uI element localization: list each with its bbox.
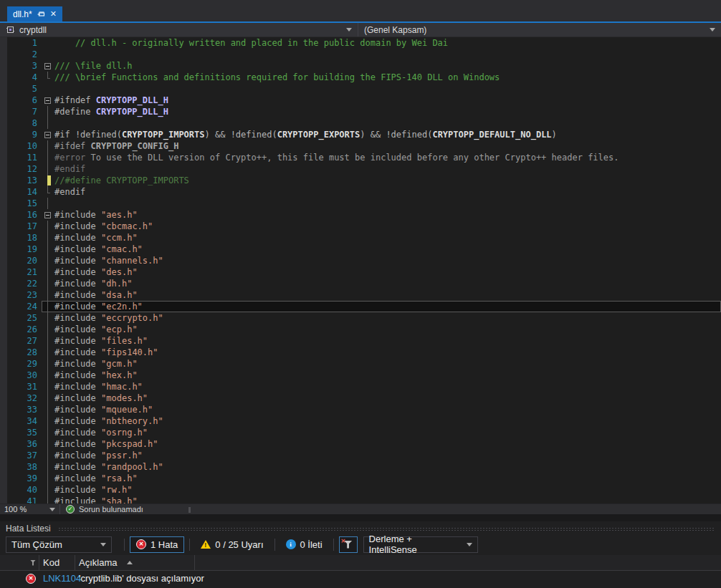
code-line[interactable]: 34#include "nbtheory.h" [7,415,721,427]
errors-toggle-button[interactable]: 1 Hata [130,536,184,553]
code-line[interactable]: 12#endif [7,163,721,175]
error-rows: LNK1104'cryptlib.lib' dosyası açılamıyor [0,571,721,586]
fold-margin [42,198,53,209]
column-header-severity[interactable] [0,555,39,570]
chevron-down-icon [100,543,106,546]
project-dropdown[interactable]: cryptdll [0,23,358,37]
code-line[interactable]: 29#include "gcm.h" [7,358,721,370]
fold-margin [42,358,53,370]
code-line[interactable]: 9#if !defined(CRYPTOPP_IMPORTS) && !defi… [7,129,721,140]
line-number: 20 [7,255,42,266]
code-line[interactable]: 1 // dll.h - originally written and plac… [7,37,721,49]
line-number: 32 [7,392,42,404]
source-dropdown-value: Derleme + IntelliSense [369,534,462,555]
source-dropdown[interactable]: Derleme + IntelliSense [363,536,478,553]
code-line[interactable]: 8 [7,117,721,129]
code-line[interactable]: 35#include "osrng.h" [7,427,721,438]
messages-count-label: 0 İleti [300,539,323,550]
code-line[interactable]: 22#include "dh.h" [7,278,721,289]
code-line[interactable]: 40#include "rw.h" [7,484,721,496]
pin-icon[interactable] [37,10,45,18]
chevron-down-icon [346,28,352,32]
line-number: 15 [7,198,42,209]
column-header-description[interactable]: Açıklama [75,555,195,570]
line-number: 35 [7,427,42,438]
code-line[interactable]: 19#include "cmac.h" [7,244,721,255]
panel-separator [0,514,721,521]
code-line[interactable]: 17#include "cbcmac.h" [7,221,721,232]
code-line[interactable]: 30#include "hex.h" [7,370,721,381]
code-line[interactable]: 26#include "ecp.h" [7,324,721,335]
code-line[interactable]: 32#include "modes.h" [7,392,721,404]
toolbar-separator [333,539,334,551]
fold-collapse-icon[interactable] [42,209,53,221]
code-line[interactable]: 13//#define CRYPTOPP_IMPORTS [7,175,721,186]
line-number: 38 [7,461,42,473]
code-line[interactable]: 2 [7,49,721,60]
code-line[interactable]: 11#error To use the DLL version of Crypt… [7,152,721,163]
panel-grip-texture [58,527,715,532]
line-number: 23 [7,289,42,301]
zoom-dropdown[interactable]: 100 % [0,504,60,514]
fold-margin [42,312,53,324]
code-line[interactable]: 33#include "mqueue.h" [7,404,721,415]
scope-filter-dropdown[interactable]: Tüm Çözüm [6,536,112,553]
line-number: 34 [7,415,42,427]
line-number: 33 [7,404,42,415]
code-line[interactable]: 5 [7,83,721,95]
code-line[interactable]: 15 [7,198,721,209]
code-line[interactable]: 36#include "pkcspad.h" [7,438,721,450]
error-code-link[interactable]: LNK1104 [39,573,75,584]
code-text: #define CRYPTOPP_DLL_H [54,106,168,117]
project-icon [6,25,15,34]
tab-dll-h[interactable]: dll.h* [7,6,62,21]
close-icon[interactable] [50,10,57,18]
code-text: #include "mqueue.h" [54,404,153,415]
code-line[interactable]: 25#include "eccrypto.h" [7,312,721,324]
line-number: 29 [7,358,42,370]
code-line[interactable]: 23#include "dsa.h" [7,289,721,301]
code-line[interactable]: 7#define CRYPTOPP_DLL_H [7,106,721,117]
code-line[interactable]: 6#ifndef CRYPTOPP_DLL_H [7,95,721,106]
error-row[interactable]: LNK1104'cryptlib.lib' dosyası açılamıyor [0,571,721,586]
code-text: //#define CRYPTOPP_IMPORTS [54,175,189,186]
line-number: 14 [7,186,42,198]
code-line[interactable]: 41#include "sha.h" [7,496,721,503]
fold-margin [42,289,53,301]
code-line[interactable]: 37#include "pssr.h" [7,450,721,461]
code-line[interactable]: 31#include "hmac.h" [7,381,721,392]
code-line[interactable]: 16#include "aes.h" [7,209,721,221]
health-indicator[interactable]: Sorun bulunamadı [60,505,149,514]
code-line[interactable]: 21#include "des.h" [7,266,721,278]
code-line[interactable]: 18#include "ccm.h" [7,232,721,244]
fold-collapse-icon[interactable] [42,95,53,106]
code-text: #include "cmac.h" [54,244,143,255]
code-line[interactable]: 3/// \file dll.h [7,60,721,72]
code-line[interactable]: 27#include "files.h" [7,335,721,347]
line-number: 25 [7,312,42,324]
scope-dropdown[interactable]: (Genel Kapsam) [358,23,721,37]
code-line[interactable]: 28#include "fips140.h" [7,347,721,358]
code-editor[interactable]: 1 // dll.h - originally written and plac… [0,37,721,503]
code-line[interactable]: 39#include "rsa.h" [7,473,721,484]
code-line[interactable]: 14#endif [7,186,721,198]
breakpoint-gutter[interactable] [0,37,7,503]
fold-collapse-icon[interactable] [42,129,53,140]
code-line[interactable]: 20#include "channels.h" [7,255,721,266]
column-header-code[interactable]: Kod [39,555,75,570]
code-line[interactable]: 4/// \brief Functions and definitions re… [7,72,721,83]
horizontal-scrollbar[interactable] [188,507,191,513]
info-icon [286,539,296,549]
fold-margin [42,461,53,473]
fold-collapse-icon[interactable] [42,60,53,72]
line-number: 19 [7,244,42,255]
filter-button[interactable] [339,536,358,553]
warnings-toggle-button[interactable]: 0 / 25 Uyarı [195,536,269,553]
fold-margin [42,381,53,392]
code-line[interactable]: 24#include "ec2n.h" [7,301,721,312]
code-line[interactable]: 38#include "randpool.h" [7,461,721,473]
code-line[interactable]: 10#ifdef CRYPTOPP_CONFIG_H [7,140,721,152]
code-text: #include "rsa.h" [54,473,138,484]
messages-toggle-button[interactable]: 0 İleti [280,536,328,553]
code-text: #ifdef CRYPTOPP_CONFIG_H [54,140,178,152]
